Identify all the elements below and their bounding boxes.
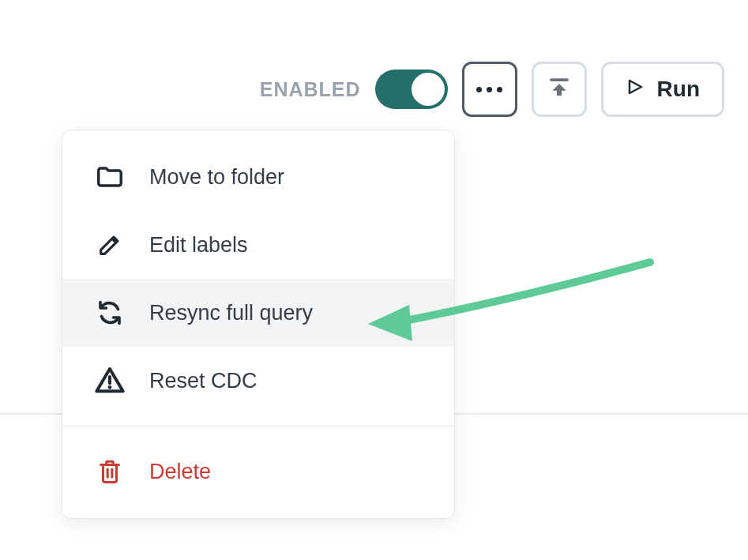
more-actions-menu: Move to folder Edit labels Resync full q… xyxy=(62,130,455,519)
more-actions-button[interactable] xyxy=(462,62,517,117)
run-button-label: Run xyxy=(657,77,700,102)
menu-item-label: Resync full query xyxy=(149,301,313,325)
play-icon xyxy=(626,77,645,102)
menu-item-delete[interactable]: Delete xyxy=(62,438,454,506)
svg-point-2 xyxy=(108,385,112,389)
toolbar: ENABLED Run xyxy=(0,62,748,117)
upload-button[interactable] xyxy=(532,62,587,117)
sync-icon xyxy=(94,299,126,327)
menu-item-move-to-folder[interactable]: Move to folder xyxy=(62,143,454,211)
upload-to-top-icon xyxy=(547,76,571,103)
menu-item-label: Move to folder xyxy=(149,165,284,190)
folder-icon xyxy=(94,162,126,192)
run-button[interactable]: Run xyxy=(601,62,724,117)
pencil-icon xyxy=(94,231,126,258)
warning-triangle-icon xyxy=(94,365,126,397)
enabled-toggle[interactable] xyxy=(375,70,448,109)
menu-item-label: Edit labels xyxy=(149,233,248,257)
menu-item-resync-full-query[interactable]: Resync full query xyxy=(62,279,454,347)
dots-horizontal-icon xyxy=(476,87,502,92)
menu-item-label: Reset CDC xyxy=(149,369,257,393)
enabled-label: ENABLED xyxy=(260,78,361,101)
menu-item-reset-cdc[interactable]: Reset CDC xyxy=(62,347,454,415)
menu-divider xyxy=(62,426,454,427)
menu-item-edit-labels[interactable]: Edit labels xyxy=(62,211,454,279)
toggle-knob xyxy=(412,73,445,106)
menu-item-label: Delete xyxy=(149,460,211,484)
trash-icon xyxy=(94,458,126,485)
